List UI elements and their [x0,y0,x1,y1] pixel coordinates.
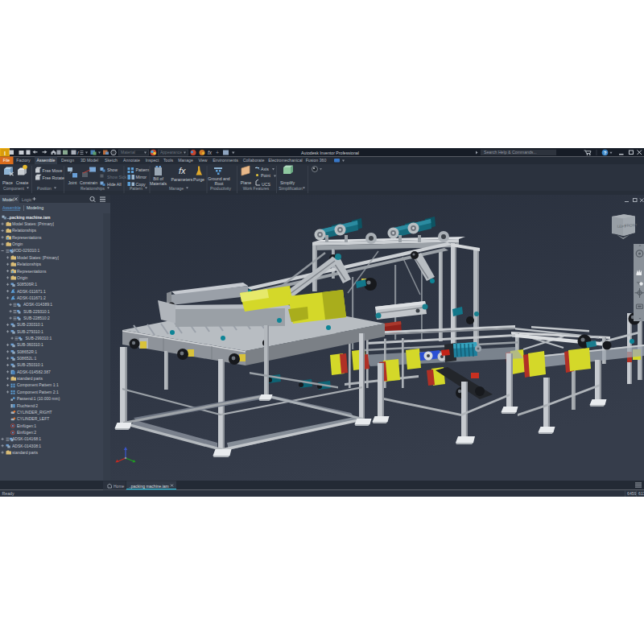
svg-text:6459: 6459 [627,491,637,496]
svg-text:fx: fx [208,150,213,155]
svg-text:ADSK-014389:1: ADSK-014389:1 [23,302,52,307]
svg-text:Productivity: Productivity [210,185,231,190]
svg-text:ADSK-014168:1: ADSK-014168:1 [12,436,41,441]
svg-text:Mirror: Mirror [136,174,147,179]
svg-text:Appearance: Appearance [160,150,182,155]
svg-text:Passend:1 (10.000 mm): Passend:1 (10.000 mm) [17,396,60,401]
svg-text:Create: Create [16,180,29,184]
svg-text:Environments: Environments [213,158,238,163]
svg-text:S08652R:1: S08652R:1 [17,349,37,353]
svg-text:CYLINDER_LEFT: CYLINDER_LEFT [17,416,49,421]
svg-text:Position: Position [37,185,52,190]
svg-text:Assemble: Assemble [37,158,56,163]
svg-text:Work Features: Work Features [243,185,270,190]
svg-text:S08506R:1: S08506R:1 [17,282,37,287]
svg-text:fx: fx [179,166,186,175]
svg-text:Hide All: Hide All [107,181,122,186]
svg-text:3D Model: 3D Model [80,158,98,163]
svg-text:Factory: Factory [16,158,31,163]
svg-text:Collaborate: Collaborate [243,158,265,163]
svg-text:View: View [198,158,207,163]
svg-text:613: 613 [638,491,644,496]
svg-text:Einfügen:2: Einfügen:2 [17,429,36,434]
svg-text:Simplify: Simplify [280,180,295,184]
svg-text:Parameters: Parameters [171,176,193,181]
svg-text:Purge: Purge [193,176,204,181]
svg-text:Manage: Manage [178,158,193,163]
svg-text:Search Help & Commands...: Search Help & Commands... [484,150,537,155]
svg-text:Fusion 360: Fusion 360 [306,158,327,163]
svg-text:Place: Place [2,180,13,184]
svg-text:Joint: Joint [68,180,78,184]
svg-text:ADSK-011671:1: ADSK-011671:1 [17,288,46,293]
svg-text:Show: Show [107,167,118,172]
svg-text:standard parts: standard parts [17,376,43,381]
svg-text:Plane: Plane [241,180,251,184]
svg-text:Simplification: Simplification [279,185,303,190]
svg-text:?: ? [604,150,607,155]
svg-text:SUB-228510:2: SUB-228510:2 [23,316,50,320]
svg-text:ADSK-014582:387: ADSK-014582:387 [17,369,51,374]
svg-text:Pattern: Pattern [136,167,150,172]
svg-text:I: I [4,150,6,157]
svg-text:Ready: Ready [2,491,14,496]
svg-text:Free Rotate: Free Rotate [43,175,65,180]
svg-text:Representations: Representations [12,234,42,239]
svg-text:Home: Home [114,483,125,488]
svg-text:standard parts: standard parts [12,449,38,454]
svg-text:Inspect: Inspect [146,158,159,163]
svg-text:Modeling: Modeling [27,205,43,210]
svg-text:Constrain: Constrain [80,180,97,184]
svg-text:Manage: Manage [169,185,184,190]
svg-text:Fluchtend:2: Fluchtend:2 [17,402,38,407]
svg-text:Model States: [Primary]: Model States: [Primary] [17,254,60,259]
svg-text:Electromechanical: Electromechanical [268,158,302,163]
svg-text:Axis: Axis [261,166,269,171]
svg-text:Point: Point [261,173,270,178]
svg-text:Materials: Materials [150,181,167,186]
svg-text:Logic: Logic [22,196,32,201]
svg-text:Einfügen:1: Einfügen:1 [17,423,36,427]
svg-text:MOD-029310:1: MOD-029310:1 [12,248,39,253]
svg-text:..packing machine.iam: ..packing machine.iam [7,214,51,219]
svg-text:Pattern: Pattern [130,185,142,190]
svg-text:Component: Component [3,185,24,190]
svg-text:SUB-230310:1: SUB-230310:1 [17,322,43,327]
svg-text:ADSK-014308:1: ADSK-014308:1 [12,443,41,448]
svg-text:ADSK-011671:2: ADSK-011671:2 [17,295,46,299]
svg-text:Tools: Tools [163,158,174,163]
svg-text:Autodesk Inventor Professional: Autodesk Inventor Professional [301,150,359,155]
svg-text:Relationships: Relationships [12,228,37,233]
svg-text:Design: Design [61,158,74,163]
svg-text:SUB-279310:1: SUB-279310:1 [17,328,43,333]
svg-text:SUB-360310:1: SUB-360310:1 [17,342,43,347]
svg-text:Component Pattern 1:1: Component Pattern 1:1 [17,382,59,387]
svg-text:SUB-299310:1: SUB-299310:1 [26,336,52,341]
svg-text:Model States: [Primary]: Model States: [Primary] [12,221,55,226]
svg-text:Assemble: Assemble [2,205,21,210]
svg-text:Material: Material [121,150,135,155]
svg-text:+: + [216,150,219,155]
svg-text:CYLINDER_RIGHT: CYLINDER_RIGHT [17,409,52,414]
svg-text:Show Sick: Show Sick [107,174,127,179]
svg-text:File: File [3,158,10,163]
svg-text:Free Move: Free Move [43,167,63,172]
svg-text:..packing machine.iam: ..packing machine.iam [129,483,169,488]
svg-text:Origin: Origin [12,242,23,246]
svg-text:Origin: Origin [17,275,28,279]
svg-text:SUB-229310:1: SUB-229310:1 [23,308,50,313]
svg-text:Model: Model [2,196,14,201]
svg-text:Relationships: Relationships [17,262,42,266]
svg-text:SUB-250310:1: SUB-250310:1 [17,362,43,367]
svg-text:Sketch: Sketch [105,158,118,163]
svg-text:Relationships: Relationships [80,185,105,190]
svg-text:Representations: Representations [17,268,47,273]
svg-text:S08652L:1: S08652L:1 [17,356,36,361]
svg-text:Component Pattern 2:1: Component Pattern 2:1 [17,389,59,394]
svg-text:Annotate: Annotate [123,158,140,163]
svg-text:FRONT: FRONT [625,223,638,228]
